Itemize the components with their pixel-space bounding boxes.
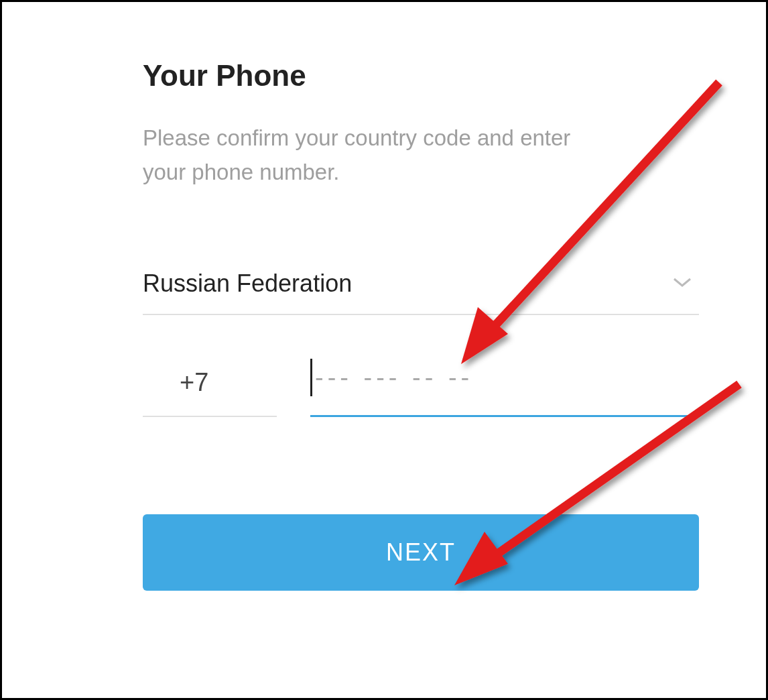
chevron-down-icon <box>672 276 692 291</box>
page-title: Your Phone <box>143 59 699 93</box>
page-subtitle: Please confirm your country code and ent… <box>143 121 598 189</box>
country-selected-label: Russian Federation <box>143 270 352 298</box>
phone-placeholder: --- --- -- -- <box>315 363 473 392</box>
country-code-field[interactable]: +7 <box>143 368 277 417</box>
next-button[interactable]: NEXT <box>143 514 699 591</box>
text-cursor <box>310 359 312 396</box>
country-select[interactable]: Russian Federation <box>143 256 699 315</box>
phone-input-row: +7 --- --- -- -- <box>143 359 699 417</box>
phone-number-input[interactable]: --- --- -- -- <box>310 359 699 417</box>
